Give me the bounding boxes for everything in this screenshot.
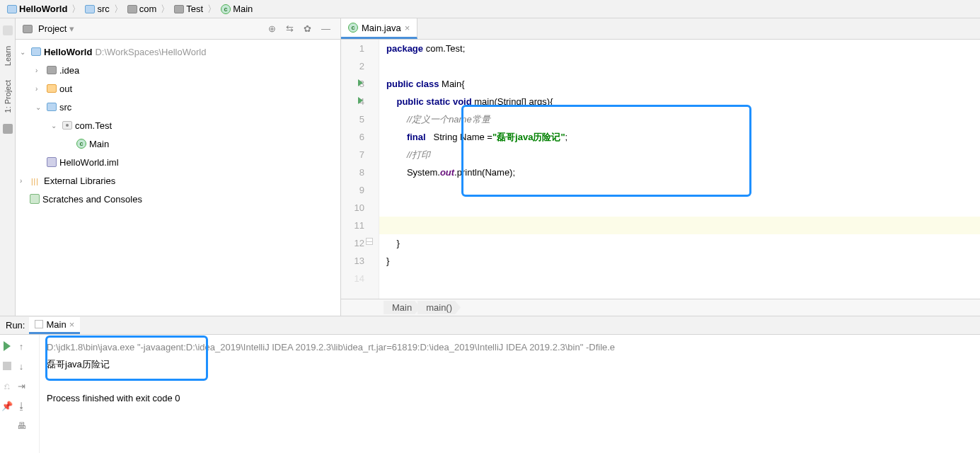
up-button[interactable]: ↑ [14, 339, 28, 353]
print-button[interactable]: 🖶 [14, 418, 28, 432]
folder-icon [174, 5, 184, 13]
close-icon[interactable]: × [405, 23, 410, 33]
exit-button[interactable]: ⎌ [0, 379, 14, 393]
crumb-main[interactable]: cMain [218, 4, 255, 14]
rerun-button[interactable] [0, 339, 14, 353]
chevron-right-icon[interactable]: › [35, 67, 44, 74]
class-icon: c [221, 4, 231, 14]
breadcrumb: HelloWorld 〉 src 〉 com 〉 Test 〉 cMain [0, 0, 980, 18]
down-button[interactable]: ↓ [14, 359, 28, 373]
scroll-button[interactable]: ⭳ [14, 398, 28, 413]
scratch-icon [30, 194, 40, 204]
tree-external-libs[interactable]: › External Libraries [16, 171, 340, 190]
run-panel: Run: Main × ⎌ 📌 ↑ ↓ ⇥ ⭳ [0, 316, 980, 453]
folder-icon [47, 66, 57, 74]
package-icon [62, 121, 72, 130]
code-lines[interactable]: package com.Test; public class Main{ pub… [379, 40, 980, 299]
chevron-right-icon[interactable]: › [35, 85, 44, 93]
chevron-right-icon[interactable]: › [20, 177, 28, 185]
console-output: 磊哥java历险记 [47, 356, 973, 373]
project-panel-title[interactable]: Project ▾ [38, 23, 261, 34]
left-tool-strip: Learn 1: Project [0, 18, 16, 316]
project-view-icon [23, 25, 33, 33]
run-config-icon [35, 320, 43, 328]
tree-src[interactable]: ⌄ src [16, 98, 340, 116]
class-icon: c [348, 23, 358, 33]
gear-icon[interactable]: ✿ [301, 23, 314, 34]
crumb-com[interactable]: com [125, 4, 160, 14]
tree-idea[interactable]: › .idea [16, 61, 340, 79]
tree-out[interactable]: › out [16, 79, 340, 98]
chevron-down-icon[interactable]: ⌄ [35, 103, 44, 111]
tree-scratches[interactable]: Scratches and Consoles [16, 190, 340, 208]
chevron-down-icon[interactable]: ⌄ [20, 48, 28, 56]
run-panel-header: Run: Main × [0, 316, 980, 335]
chevron-right-icon: 〉 [114, 3, 123, 16]
target-icon[interactable]: ⊕ [265, 23, 279, 34]
project-panel-header: Project ▾ ⊕ ⇆ ✿ — [16, 18, 340, 40]
folder-icon [85, 5, 95, 13]
library-icon [31, 176, 41, 185]
iml-icon [47, 157, 57, 167]
run-label: Run: [6, 320, 25, 331]
run-gutter-icon[interactable] [358, 79, 363, 86]
editor-panel: c Main.java × 1 2 3 4 5 6 7 8 9 10 11 [341, 18, 980, 316]
wrap-button[interactable]: ⇥ [14, 379, 28, 393]
run-toolbar: ⎌ 📌 ↑ ↓ ⇥ ⭳ 🖶 [0, 335, 40, 453]
tab-project[interactable]: 1: Project [2, 76, 13, 116]
pin-button[interactable]: 📌 [0, 398, 14, 413]
folder-icon [47, 84, 57, 93]
tree-root[interactable]: ⌄ HelloWorld D:\WorkSpaces\HelloWorld [16, 42, 340, 61]
fold-icon[interactable]: — [366, 238, 373, 245]
editor-tab-bar: c Main.java × [341, 18, 980, 40]
chevron-down-icon[interactable]: ⌄ [51, 122, 59, 130]
run-tab-main[interactable]: Main × [29, 317, 80, 334]
chevron-right-icon: 〉 [207, 3, 217, 16]
learn-icon[interactable] [3, 25, 13, 35]
tree-main-class[interactable]: c Main [16, 134, 340, 153]
hide-icon[interactable]: — [318, 23, 333, 34]
code-editor[interactable]: 1 2 3 4 5 6 7 8 9 10 11 12— 13 14 packag… [341, 40, 980, 299]
console-cmd: D:\jdk1.8\bin\java.exe "-javaagent:D:\id… [47, 339, 973, 356]
run-gutter-icon[interactable] [358, 97, 363, 104]
code-breadcrumb[interactable]: Main main() [341, 299, 980, 316]
close-icon[interactable]: × [69, 319, 75, 330]
tab-learn[interactable]: Learn [2, 42, 13, 69]
run-console[interactable]: D:\jdk1.8\bin\java.exe "-javaagent:D:\id… [40, 335, 980, 453]
folder-icon [127, 5, 137, 13]
project-tab-icon[interactable] [3, 124, 13, 134]
module-icon [31, 47, 41, 56]
tree-iml[interactable]: HelloWorld.iml [16, 153, 340, 171]
stop-button[interactable] [0, 359, 14, 373]
expand-icon[interactable]: ⇆ [283, 23, 296, 34]
chevron-right-icon: 〉 [161, 3, 170, 16]
gutter[interactable]: 1 2 3 4 5 6 7 8 9 10 11 12— 13 14 [341, 40, 379, 299]
console-exit: Process finished with exit code 0 [47, 390, 973, 407]
editor-tab-main[interactable]: c Main.java × [341, 18, 417, 39]
code-crumb-class[interactable]: Main [384, 301, 420, 314]
chevron-right-icon: 〉 [71, 3, 81, 16]
crumb-test[interactable]: Test [171, 4, 206, 14]
folder-icon [47, 103, 57, 111]
module-icon [7, 5, 17, 13]
tree-package[interactable]: ⌄ com.Test [16, 116, 340, 134]
crumb-project[interactable]: HelloWorld [4, 4, 70, 14]
code-crumb-method[interactable]: main() [417, 301, 461, 314]
crumb-src[interactable]: src [82, 4, 112, 14]
project-tree[interactable]: ⌄ HelloWorld D:\WorkSpaces\HelloWorld › … [16, 40, 340, 316]
project-panel: Project ▾ ⊕ ⇆ ✿ — ⌄ HelloWorld D:\WorkSp… [16, 18, 341, 316]
class-icon: c [76, 139, 86, 149]
